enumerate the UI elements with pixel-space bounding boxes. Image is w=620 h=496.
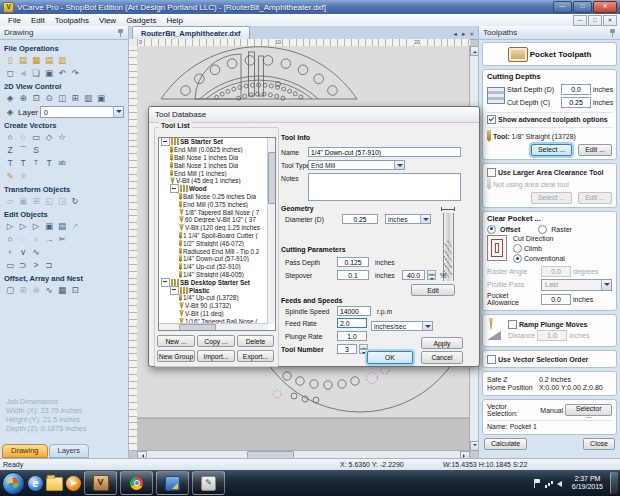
- fillet-icon[interactable]: ‹: [4, 246, 16, 258]
- raster-radio[interactable]: [538, 225, 547, 234]
- tool-list-item[interactable]: Ball Nose 1 inches Dia: [159, 154, 268, 162]
- subtract-icon[interactable]: ◌: [17, 233, 29, 245]
- circular-array-icon[interactable]: ⊕: [30, 284, 42, 296]
- draw-rectangle-icon[interactable]: ▭: [30, 131, 42, 143]
- tool-list-tree[interactable]: SB Starter Set End Mill (0.0625 inches) …: [158, 137, 276, 331]
- redo-icon[interactable]: ↷: [69, 67, 81, 79]
- convert-text-icon[interactable]: ab: [56, 157, 68, 169]
- chevron-down-icon[interactable]: [113, 107, 123, 117]
- tab-next-icon[interactable]: ►: [461, 31, 466, 37]
- new-tool-button[interactable]: New ...: [157, 335, 195, 347]
- mdi-restore-button[interactable]: □: [588, 15, 602, 26]
- apply-button[interactable]: Apply: [421, 337, 463, 349]
- draw-circle-icon[interactable]: ○: [4, 131, 16, 143]
- pin-icon[interactable]: [609, 29, 616, 37]
- chevron-down-icon[interactable]: [422, 322, 432, 330]
- tool-group-row[interactable]: Plastic: [159, 286, 268, 294]
- copy-tool-button[interactable]: Copy ...: [197, 335, 235, 347]
- edit-cutting-button[interactable]: Edit: [411, 284, 455, 296]
- maximize-button[interactable]: □: [573, 1, 592, 13]
- tool-edit-button[interactable]: Edit ...: [578, 144, 612, 156]
- larger-tool-checkbox[interactable]: [487, 168, 496, 177]
- calculate-button[interactable]: Calculate: [484, 438, 527, 450]
- tool-list-item[interactable]: 1/4" Straight (48-005): [159, 271, 268, 279]
- stepover-spinner[interactable]: [427, 270, 436, 280]
- tool-type-select[interactable]: End Mill: [308, 160, 405, 170]
- network-icon[interactable]: [545, 479, 553, 488]
- notes-input[interactable]: [308, 173, 461, 201]
- set-position-icon[interactable]: ▣: [17, 195, 29, 207]
- save-file-icon[interactable]: ▦: [30, 54, 42, 66]
- tool-list-item[interactable]: End Mill (0.375 inches): [159, 200, 268, 208]
- internet-explorer-icon[interactable]: e: [28, 476, 43, 491]
- profile-pass-select[interactable]: Last: [541, 279, 612, 291]
- pointer-icon[interactable]: ◄: [17, 67, 29, 79]
- extend-icon[interactable]: ↗: [69, 220, 81, 232]
- tool-list-item[interactable]: V-Bit (120 deg 1.25 inches: [159, 224, 268, 232]
- menu-toolpaths[interactable]: Toolpaths: [50, 16, 94, 25]
- open-file-icon[interactable]: ▤: [17, 54, 29, 66]
- menu-view[interactable]: View: [94, 16, 121, 25]
- new-file-icon[interactable]: ▯: [4, 54, 16, 66]
- trim-icon[interactable]: ✂: [56, 233, 68, 245]
- node-edit-icon[interactable]: ▷: [17, 220, 29, 232]
- start-depth-input[interactable]: [561, 84, 591, 95]
- stepover-percent-input[interactable]: [402, 270, 425, 280]
- tree-vertical-scrollbar[interactable]: [267, 138, 275, 324]
- tool-list-item[interactable]: 1/8" Tapered Ball Nose ( 7: [159, 208, 268, 216]
- array-copy-icon[interactable]: ⊞: [17, 284, 29, 296]
- cancel-button[interactable]: Cancel: [421, 351, 463, 364]
- ungroup-icon[interactable]: ▤: [56, 220, 68, 232]
- explorer-folder-icon[interactable]: [46, 477, 63, 491]
- grid-icon[interactable]: ⊞: [69, 92, 81, 104]
- text-spacing-icon[interactable]: T: [30, 157, 42, 169]
- select-cursor-icon[interactable]: ▷: [4, 220, 16, 232]
- mdi-minimize-button[interactable]: —: [573, 15, 587, 26]
- flatten-icon[interactable]: →: [43, 233, 55, 245]
- import-file-icon[interactable]: ▥: [56, 54, 68, 66]
- chevron-down-icon[interactable]: [601, 280, 611, 290]
- text-on-curve-icon[interactable]: ✎: [4, 170, 16, 182]
- menu-file[interactable]: File: [3, 16, 26, 25]
- split-view-icon[interactable]: ◫: [56, 92, 68, 104]
- raster-angle-input[interactable]: [541, 266, 571, 277]
- join-icon[interactable]: >: [30, 259, 42, 271]
- ramp-checkbox[interactable]: [508, 320, 517, 329]
- group-icon[interactable]: ▣: [43, 220, 55, 232]
- diameter-input[interactable]: [342, 214, 378, 224]
- tool-list-item[interactable]: 1 1/4" Spoil-Board Cutter (: [159, 232, 268, 240]
- free-transform-icon[interactable]: ▱: [4, 195, 16, 207]
- tab-drawing[interactable]: Drawing: [2, 444, 48, 458]
- draw-curve-icon[interactable]: S: [30, 144, 42, 156]
- tool-list-item[interactable]: End Mill (0.0625 inches): [159, 146, 268, 154]
- climb-radio[interactable]: [513, 244, 522, 253]
- menu-help[interactable]: Help: [161, 16, 187, 25]
- expander-icon[interactable]: [170, 286, 179, 295]
- copy-along-icon[interactable]: ∿: [43, 284, 55, 296]
- show-desktop-button[interactable]: [610, 472, 618, 494]
- close-vector-icon[interactable]: ⊃: [17, 259, 29, 271]
- spindle-speed-input[interactable]: [337, 306, 371, 316]
- tool-list-item[interactable]: V-Bit (11 deg): [159, 310, 268, 318]
- offset-radio[interactable]: [487, 225, 496, 234]
- layer-select[interactable]: 0: [40, 106, 124, 118]
- stepover-input[interactable]: [337, 270, 369, 280]
- tool-list-item[interactable]: 1/4" Up-cut (52-910): [159, 263, 268, 271]
- cut-depth-input[interactable]: [561, 97, 591, 108]
- zoom-fit-icon[interactable]: ⊙: [43, 92, 55, 104]
- tool-list-item[interactable]: V-Bit 90 (L3732): [159, 302, 268, 310]
- mdi-close-button[interactable]: ✕: [603, 15, 617, 26]
- ok-button[interactable]: OK: [367, 351, 413, 364]
- move-icon[interactable]: ⊞: [30, 195, 42, 207]
- close-panel-button[interactable]: Close: [583, 438, 615, 450]
- expander-icon[interactable]: [161, 278, 170, 287]
- scale-icon[interactable]: ◲: [56, 195, 68, 207]
- menu-edit[interactable]: Edit: [26, 16, 50, 25]
- import-button[interactable]: Import...: [197, 350, 235, 362]
- tool-group-row[interactable]: Wood: [159, 185, 268, 193]
- draw-arc-icon[interactable]: ⌒: [17, 144, 29, 156]
- rate-units-select[interactable]: inches/sec: [371, 321, 433, 331]
- action-center-icon[interactable]: [533, 479, 541, 488]
- expander-icon[interactable]: [161, 138, 170, 146]
- draw-text-icon[interactable]: T: [4, 157, 16, 169]
